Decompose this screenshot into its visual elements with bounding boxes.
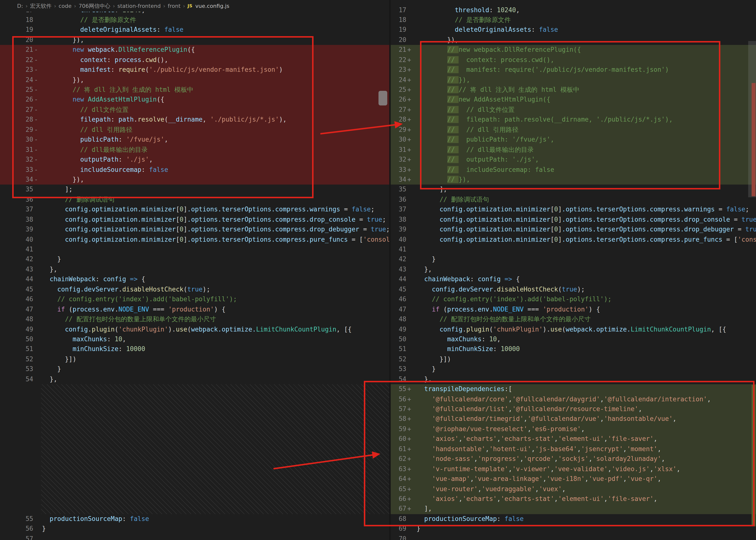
code-row[interactable]: 42 } <box>0 255 389 265</box>
code-line[interactable]: chainWebpack: config => { <box>414 275 756 285</box>
code-line[interactable]: }, <box>41 374 389 384</box>
code-line[interactable]: maxChunks: 10, <box>414 335 756 344</box>
code-line[interactable]: // 配置打包时分包的数量上限和单个文件的最小尺寸 <box>414 315 756 325</box>
code-row[interactable]: 49 config.plugin('chunkPlugin').use(webp… <box>0 325 389 335</box>
code-row[interactable]: 37 config.optimization.minimizer[0].opti… <box>0 205 389 215</box>
code-row[interactable]: 52 }]) <box>391 354 756 364</box>
line-number: 35 <box>391 185 406 195</box>
code-line[interactable]: } <box>41 255 389 265</box>
code-row[interactable]: 19 deleteOriginalAssets: false <box>0 25 389 35</box>
breadcrumb-item[interactable]: 706网信中心 <box>78 3 110 9</box>
code-row[interactable]: 45 config.devServer.disableHostCheck(tru… <box>391 285 756 295</box>
code-line[interactable]: }, <box>41 265 389 275</box>
code-row[interactable]: 41 <box>0 245 389 255</box>
breadcrumb-file[interactable]: vue.config.js <box>195 3 229 9</box>
code-row[interactable]: 55 productionSourceMap: false <box>0 514 389 524</box>
code-row[interactable]: 57 <box>0 534 389 540</box>
code-line[interactable]: } <box>414 364 756 374</box>
code-row[interactable]: 51 minChunkSize: 10000 <box>391 344 756 354</box>
code-row[interactable]: 38 config.optimization.minimizer[0].opti… <box>0 214 389 224</box>
code-row[interactable]: 47 if (process.env.NODE_ENV === 'product… <box>0 305 389 315</box>
code-line[interactable]: } <box>414 255 756 265</box>
breadcrumb-item[interactable]: code <box>59 3 72 9</box>
code-row[interactable]: 38 config.optimization.minimizer[0].opti… <box>391 214 756 224</box>
code-row[interactable]: 40 config.optimization.minimizer[0].opti… <box>0 235 389 245</box>
code-token: : <box>482 336 489 343</box>
code-line[interactable]: deleteOriginalAssets: false <box>414 25 756 35</box>
code-line[interactable]: minChunkSize: 10000 <box>41 344 389 354</box>
code-row[interactable]: 46 // config.entry('index').add('babel-p… <box>0 294 389 305</box>
code-row[interactable]: 40 config.optimization.minimizer[0].opti… <box>391 235 756 245</box>
code-row[interactable]: 47 if (process.env.NODE_ENV === 'product… <box>391 305 756 315</box>
code-row[interactable]: 48 // 配置打包时分包的数量上限和单个文件的最小尺寸 <box>0 315 389 325</box>
breadcrumb-item[interactable]: station-frontend <box>117 3 161 9</box>
code-line[interactable]: config.optimization.minimizer[0].options… <box>41 235 389 245</box>
code-row[interactable]: 37 config.optimization.minimizer[0].opti… <box>391 205 756 215</box>
code-line[interactable]: // config.entry('index').add('babel-poly… <box>41 294 389 305</box>
code-line[interactable]: config.plugin('chunkPlugin').use(webpack… <box>41 325 389 335</box>
code-line[interactable]: }]) <box>41 354 389 364</box>
code-row[interactable]: 44 chainWebpack: config => { <box>0 275 389 285</box>
code-token: .options.terserOptions.compress.warnings <box>187 206 340 213</box>
code-line[interactable]: // 是否删除原文件 <box>41 15 389 25</box>
code-line[interactable]: if (process.env.NODE_ENV === 'production… <box>41 305 389 315</box>
code-line[interactable]: // 删除调试语句 <box>414 195 756 205</box>
code-row[interactable]: 50 maxChunks: 10, <box>0 335 389 344</box>
code-row[interactable]: 42 } <box>391 255 756 265</box>
code-line[interactable]: config.optimization.minimizer[0].options… <box>41 224 389 235</box>
code-row[interactable]: 39 config.optimization.minimizer[0].opti… <box>391 224 756 235</box>
code-row[interactable]: 43 }, <box>391 265 756 275</box>
code-row[interactable]: 41 <box>391 245 756 255</box>
code-line[interactable]: config.devServer.disableHostCheck(true); <box>41 285 389 295</box>
code-line[interactable]: maxChunks: 10, <box>41 335 389 344</box>
code-line[interactable]: config.optimization.minimizer[0].options… <box>414 235 756 245</box>
code-line[interactable]: // 配置打包时分包的数量上限和单个文件的最小尺寸 <box>41 315 389 325</box>
code-line[interactable]: config.optimization.minimizer[0].options… <box>414 205 756 215</box>
code-line[interactable]: productionSourceMap: false <box>41 514 389 524</box>
breadcrumb-item[interactable]: D: <box>17 3 23 9</box>
code-token: }, <box>416 266 432 273</box>
code-token: // config.entry('index').add('babel-poly… <box>42 295 237 303</box>
code-row[interactable]: 46 // config.entry('index').add('babel-p… <box>391 294 756 305</box>
breadcrumb[interactable]: D:›宏天软件›code›706网信中心›station-frontend›fr… <box>0 0 389 12</box>
code-line[interactable]: // config.entry('index').add('babel-poly… <box>414 294 756 305</box>
breadcrumb-item[interactable]: front <box>168 3 181 9</box>
code-row[interactable]: 43 }, <box>0 265 389 275</box>
code-line[interactable]: }]) <box>414 354 756 364</box>
code-line[interactable]: }, <box>414 265 756 275</box>
code-row[interactable]: 53 } <box>0 364 389 374</box>
code-line[interactable]: chainWebpack: config => { <box>41 275 389 285</box>
code-row[interactable]: 48 // 配置打包时分包的数量上限和单个文件的最小尺寸 <box>391 315 756 325</box>
code-line[interactable]: // 是否删除原文件 <box>414 15 756 25</box>
code-row[interactable]: 18 // 是否删除原文件 <box>0 15 389 25</box>
code-line[interactable]: config.devServer.disableHostCheck(true); <box>414 285 756 295</box>
code-row[interactable]: 50 maxChunks: 10, <box>391 335 756 344</box>
code-line[interactable]: config.optimization.minimizer[0].options… <box>414 214 756 224</box>
code-row[interactable]: 19 deleteOriginalAssets: false <box>391 25 756 35</box>
code-row[interactable]: 54 }, <box>0 374 389 384</box>
code-row[interactable]: 51 minChunkSize: 10000 <box>0 344 389 354</box>
code-row[interactable]: 49 config.plugin('chunkPlugin').use(webp… <box>391 325 756 335</box>
code-row[interactable]: 45 config.devServer.disableHostCheck(tru… <box>0 285 389 295</box>
code-row[interactable]: 53 } <box>391 364 756 374</box>
breadcrumb-item[interactable]: 宏天软件 <box>30 3 52 9</box>
code-line[interactable]: } <box>41 524 389 534</box>
code-row[interactable]: 36 // 删除调试语句 <box>391 195 756 205</box>
code-row[interactable]: 18 // 是否删除原文件 <box>391 15 756 25</box>
code-row[interactable]: 44 chainWebpack: config => { <box>391 275 756 285</box>
code-line[interactable]: deleteOriginalAssets: false <box>41 25 389 35</box>
code-line[interactable]: minChunkSize: 10000 <box>414 344 756 354</box>
code-line[interactable]: config.optimization.minimizer[0].options… <box>41 214 389 224</box>
code-row[interactable]: 52 }]) <box>0 354 389 364</box>
code-line[interactable]: config.optimization.minimizer[0].options… <box>41 205 389 215</box>
code-row[interactable]: 56} <box>0 524 389 534</box>
code-row[interactable]: 39 config.optimization.minimizer[0].opti… <box>0 224 389 235</box>
code-line[interactable]: } <box>41 364 389 374</box>
code-row[interactable]: 17 threshold: 10240, <box>391 5 756 15</box>
code-line[interactable]: config.optimization.minimizer[0].options… <box>414 224 756 235</box>
left-scrollbar-thumb[interactable] <box>378 91 387 105</box>
code-line[interactable]: config.plugin('chunkPlugin').use(webpack… <box>414 325 756 335</box>
code-line[interactable]: threshold: 10240, <box>414 5 756 15</box>
code-row[interactable]: 70 <box>391 534 756 540</box>
code-line[interactable]: if (process.env.NODE_ENV === 'production… <box>414 305 756 315</box>
